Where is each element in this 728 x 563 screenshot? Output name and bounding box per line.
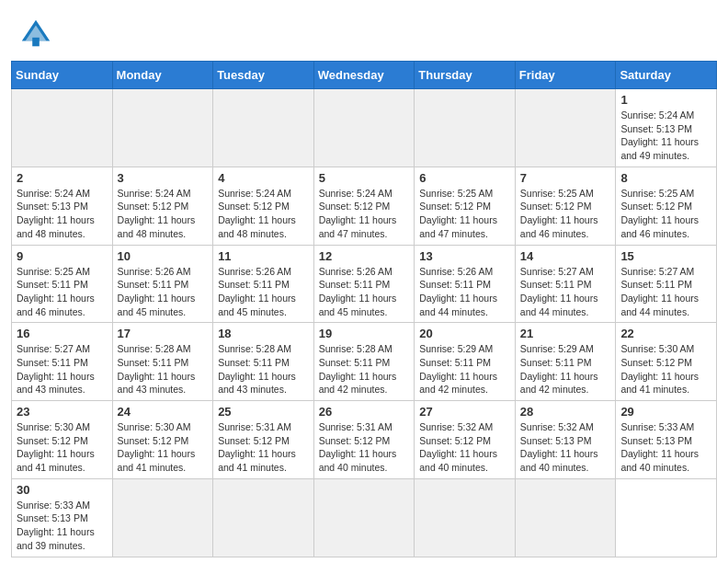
- daylight-text: Daylight: 11 hours and 42 minutes.: [520, 371, 598, 396]
- sunrise-text: Sunrise: 5:25 AM: [17, 266, 90, 277]
- table-row: 10Sunrise: 5:26 AMSunset: 5:11 PMDayligh…: [112, 245, 213, 323]
- calendar-row: 30Sunrise: 5:33 AMSunset: 5:13 PMDayligh…: [12, 478, 717, 557]
- daylight-text: Daylight: 11 hours and 41 minutes.: [118, 448, 196, 473]
- col-tuesday: Tuesday: [213, 62, 314, 89]
- sunset-text: Sunset: 5:12 PM: [118, 201, 189, 212]
- table-row: 14Sunrise: 5:27 AMSunset: 5:11 PMDayligh…: [515, 245, 616, 323]
- sunrise-text: Sunrise: 5:30 AM: [118, 421, 191, 432]
- sunrise-text: Sunrise: 5:28 AM: [118, 343, 191, 354]
- day-number: 23: [17, 405, 108, 419]
- day-number: 14: [520, 249, 611, 263]
- sunrise-text: Sunrise: 5:28 AM: [218, 343, 291, 354]
- day-info: Sunrise: 5:28 AMSunset: 5:11 PMDaylight:…: [319, 342, 410, 396]
- sunrise-text: Sunrise: 5:24 AM: [319, 188, 392, 199]
- col-friday: Friday: [515, 62, 616, 89]
- table-row: [112, 89, 213, 167]
- table-row: [415, 89, 516, 167]
- sunrise-text: Sunrise: 5:32 AM: [419, 421, 493, 432]
- table-row: 7Sunrise: 5:25 AMSunset: 5:12 PMDaylight…: [515, 167, 616, 245]
- daylight-text: Daylight: 11 hours and 41 minutes.: [620, 371, 699, 396]
- day-info: Sunrise: 5:25 AMSunset: 5:12 PMDaylight:…: [520, 187, 611, 241]
- table-row: 29Sunrise: 5:33 AMSunset: 5:13 PMDayligh…: [616, 401, 717, 479]
- table-row: [415, 478, 516, 557]
- day-number: 17: [118, 327, 209, 340]
- sunset-text: Sunset: 5:12 PM: [520, 201, 592, 212]
- daylight-text: Daylight: 11 hours and 42 minutes.: [419, 371, 497, 396]
- table-row: 15Sunrise: 5:27 AMSunset: 5:11 PMDayligh…: [616, 245, 717, 323]
- table-row: 12Sunrise: 5:26 AMSunset: 5:11 PMDayligh…: [313, 245, 415, 323]
- sunset-text: Sunset: 5:11 PM: [218, 279, 290, 290]
- day-info: Sunrise: 5:28 AMSunset: 5:11 PMDaylight:…: [118, 342, 209, 396]
- day-info: Sunrise: 5:31 AMSunset: 5:12 PMDaylight:…: [319, 420, 410, 475]
- calendar-table: Sunday Monday Tuesday Wednesday Thursday…: [11, 61, 717, 557]
- table-row: 28Sunrise: 5:32 AMSunset: 5:13 PMDayligh…: [515, 401, 616, 479]
- sunrise-text: Sunrise: 5:24 AM: [218, 188, 291, 199]
- day-number: 10: [118, 249, 209, 263]
- day-info: Sunrise: 5:32 AMSunset: 5:12 PMDaylight:…: [419, 420, 510, 475]
- col-monday: Monday: [112, 62, 213, 89]
- day-info: Sunrise: 5:29 AMSunset: 5:11 PMDaylight:…: [419, 342, 510, 396]
- day-info: Sunrise: 5:29 AMSunset: 5:11 PMDaylight:…: [520, 342, 611, 396]
- day-number: 18: [218, 327, 309, 340]
- sunrise-text: Sunrise: 5:33 AM: [620, 421, 694, 432]
- sunrise-text: Sunrise: 5:33 AM: [17, 500, 90, 511]
- sunset-text: Sunset: 5:12 PM: [118, 435, 189, 446]
- sunset-text: Sunset: 5:13 PM: [620, 435, 692, 446]
- sunrise-text: Sunrise: 5:28 AM: [319, 343, 392, 354]
- daylight-text: Daylight: 11 hours and 44 minutes.: [620, 293, 699, 317]
- table-row: 18Sunrise: 5:28 AMSunset: 5:11 PMDayligh…: [213, 323, 314, 401]
- col-thursday: Thursday: [415, 62, 516, 89]
- daylight-text: Daylight: 11 hours and 48 minutes.: [17, 214, 95, 239]
- daylight-text: Daylight: 11 hours and 45 minutes.: [218, 293, 296, 317]
- table-row: [12, 89, 113, 167]
- header: [0, 0, 728, 61]
- day-info: Sunrise: 5:27 AMSunset: 5:11 PMDaylight:…: [620, 265, 711, 319]
- sunset-text: Sunset: 5:13 PM: [520, 435, 592, 446]
- sunset-text: Sunset: 5:11 PM: [620, 279, 692, 290]
- table-row: 25Sunrise: 5:31 AMSunset: 5:12 PMDayligh…: [213, 401, 314, 479]
- col-sunday: Sunday: [12, 62, 113, 89]
- table-row: [112, 478, 213, 557]
- day-info: Sunrise: 5:24 AMSunset: 5:13 PMDaylight:…: [620, 109, 711, 163]
- sunset-text: Sunset: 5:12 PM: [218, 435, 290, 446]
- daylight-text: Daylight: 11 hours and 42 minutes.: [319, 371, 397, 396]
- day-number: 8: [620, 171, 711, 185]
- daylight-text: Daylight: 11 hours and 47 minutes.: [419, 214, 497, 239]
- day-number: 24: [118, 405, 209, 419]
- day-number: 29: [620, 405, 711, 419]
- page: Sunday Monday Tuesday Wednesday Thursday…: [0, 0, 728, 563]
- sunset-text: Sunset: 5:11 PM: [118, 279, 189, 290]
- day-number: 1: [620, 93, 711, 107]
- sunset-text: Sunset: 5:11 PM: [118, 357, 189, 368]
- day-info: Sunrise: 5:26 AMSunset: 5:11 PMDaylight:…: [419, 265, 510, 319]
- day-number: 15: [620, 249, 711, 263]
- day-info: Sunrise: 5:30 AMSunset: 5:12 PMDaylight:…: [620, 342, 711, 396]
- day-number: 20: [419, 327, 510, 340]
- table-row: 5Sunrise: 5:24 AMSunset: 5:12 PMDaylight…: [313, 167, 415, 245]
- day-info: Sunrise: 5:25 AMSunset: 5:12 PMDaylight:…: [419, 187, 510, 241]
- sunset-text: Sunset: 5:13 PM: [17, 512, 88, 523]
- sunset-text: Sunset: 5:12 PM: [17, 435, 88, 446]
- sunset-text: Sunset: 5:13 PM: [620, 123, 692, 134]
- day-number: 30: [17, 483, 108, 497]
- table-row: 20Sunrise: 5:29 AMSunset: 5:11 PMDayligh…: [415, 323, 516, 401]
- day-info: Sunrise: 5:27 AMSunset: 5:11 PMDaylight:…: [520, 265, 611, 319]
- calendar-row: 23Sunrise: 5:30 AMSunset: 5:12 PMDayligh…: [12, 401, 717, 479]
- sunrise-text: Sunrise: 5:32 AM: [520, 421, 594, 432]
- sunrise-text: Sunrise: 5:24 AM: [620, 109, 694, 121]
- day-info: Sunrise: 5:33 AMSunset: 5:13 PMDaylight:…: [17, 499, 108, 553]
- table-row: 27Sunrise: 5:32 AMSunset: 5:12 PMDayligh…: [415, 401, 516, 479]
- sunset-text: Sunset: 5:11 PM: [419, 357, 491, 368]
- day-number: 4: [218, 171, 309, 185]
- daylight-text: Daylight: 11 hours and 40 minutes.: [620, 448, 699, 473]
- daylight-text: Daylight: 11 hours and 44 minutes.: [520, 293, 598, 317]
- sunrise-text: Sunrise: 5:24 AM: [17, 188, 90, 199]
- day-number: 5: [319, 171, 410, 185]
- table-row: [213, 89, 314, 167]
- day-info: Sunrise: 5:33 AMSunset: 5:13 PMDaylight:…: [620, 420, 711, 475]
- day-number: 27: [419, 405, 510, 419]
- daylight-text: Daylight: 11 hours and 45 minutes.: [118, 293, 196, 317]
- day-info: Sunrise: 5:25 AMSunset: 5:12 PMDaylight:…: [620, 187, 711, 241]
- sunrise-text: Sunrise: 5:27 AM: [620, 266, 694, 277]
- sunrise-text: Sunrise: 5:27 AM: [17, 343, 90, 354]
